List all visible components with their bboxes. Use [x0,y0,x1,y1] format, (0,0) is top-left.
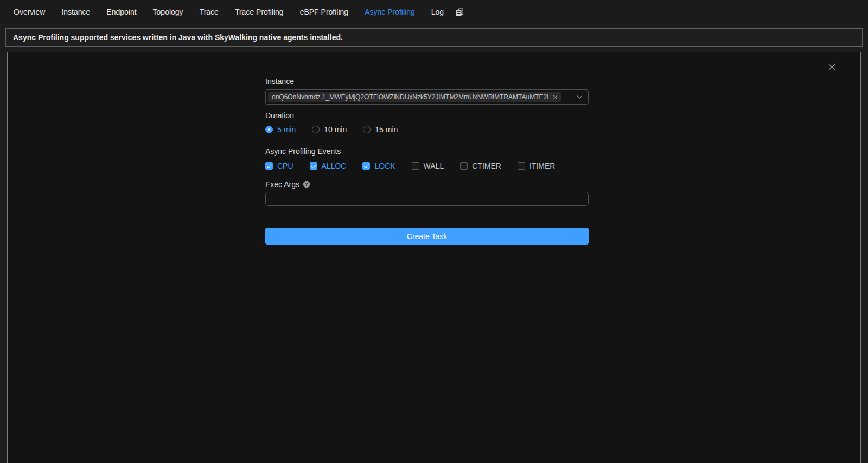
checkbox-icon [310,162,317,170]
checkbox-lock[interactable]: LOCK [362,162,395,170]
radio-circle-icon [265,126,273,133]
exec-args-input[interactable] [265,192,589,206]
info-banner-link[interactable]: Async Profiling supported services writt… [13,33,343,42]
events-checkbox-group: CPU ALLOC LOCK WALL CTIMER ITIMER [265,160,589,171]
info-banner: Async Profiling supported services writt… [5,28,863,47]
checkbox-wall[interactable]: WALL [412,162,444,170]
tab-endpoint[interactable]: Endpoint [98,8,144,16]
events-label: Async Profiling Events [265,147,589,156]
radio-10min[interactable]: 10 min [312,125,347,134]
top-tab-bar: Overview Instance Endpoint Topology Trac… [0,0,868,24]
svg-text:?: ? [305,182,308,187]
tab-log[interactable]: Log [423,8,452,16]
instance-select[interactable]: onQ6OnNvbmdz.1_MWEyMjQ2OTFlOWZiNDUxNzk5Y… [265,89,589,105]
question-circle-icon[interactable]: ? [303,181,310,188]
tab-ebpf-profiling[interactable]: eBPF Profiling [292,8,356,16]
instance-selected-tag: onQ6OnNvbmdz.1_MWEyMjQ2OTFlOWZiNDUxNzk5Y… [268,92,561,102]
create-task-button[interactable]: Create Task [265,228,589,245]
create-task-panel: Instance onQ6OnNvbmdz.1_MWEyMjQ2OTFlOWZi… [7,52,861,463]
instance-label: Instance [265,77,589,86]
event-list-icon[interactable] [455,8,464,17]
checkbox-alloc[interactable]: ALLOC [310,162,347,170]
radio-15min[interactable]: 15 min [363,125,398,134]
tab-async-profiling[interactable]: Async Profiling [356,8,423,16]
checkbox-icon [518,162,525,170]
radio-5min[interactable]: 5 min [265,125,296,134]
radio-circle-icon [312,126,320,133]
checkbox-icon [460,162,468,170]
tab-instance[interactable]: Instance [53,8,98,16]
close-icon[interactable] [827,62,837,72]
checkbox-itimer[interactable]: ITIMER [518,162,555,170]
duration-radio-group: 5 min 10 min 15 min [265,124,589,135]
tag-close-icon[interactable] [552,94,558,100]
tab-trace[interactable]: Trace [192,8,227,16]
radio-circle-icon [363,126,371,133]
checkbox-ctimer[interactable]: CTIMER [460,162,501,170]
checkbox-icon [362,162,370,170]
checkbox-icon [265,162,273,170]
tab-topology[interactable]: Topology [145,8,192,16]
instance-tag-text: onQ6OnNvbmdz.1_MWEyMjQ2OTFlOWZiNDUxNzk5Y… [272,93,550,101]
exec-args-label: Exec Args ? [265,180,589,189]
tab-overview[interactable]: Overview [5,8,53,16]
create-task-form: Instance onQ6OnNvbmdz.1_MWEyMjQ2OTFlOWZi… [265,52,589,245]
checkbox-cpu[interactable]: CPU [265,162,293,170]
tab-trace-profiling[interactable]: Trace Profiling [227,8,292,16]
duration-label: Duration [265,111,589,120]
checkbox-icon [412,162,419,170]
chevron-down-icon [576,94,583,101]
